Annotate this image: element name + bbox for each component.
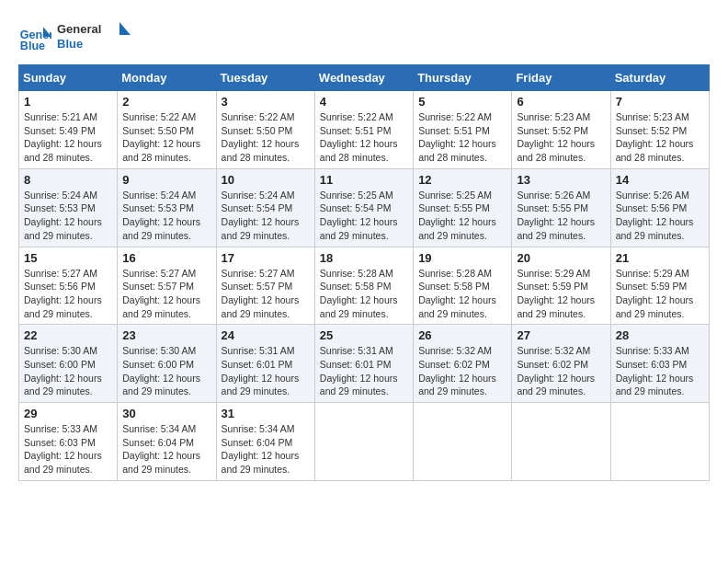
day-detail: Sunrise: 5:26 AMSunset: 5:56 PMDaylight:…: [616, 190, 694, 241]
day-number: 8: [24, 173, 112, 187]
week-row-2: 8 Sunrise: 5:24 AMSunset: 5:53 PMDayligh…: [19, 168, 710, 247]
day-detail: Sunrise: 5:32 AMSunset: 6:02 PMDaylight:…: [418, 345, 496, 396]
day-number: 6: [517, 95, 605, 109]
svg-text:Blue: Blue: [57, 37, 83, 51]
calendar-cell: 28 Sunrise: 5:33 AMSunset: 6:03 PMDaylig…: [610, 325, 709, 403]
day-detail: Sunrise: 5:32 AMSunset: 6:02 PMDaylight:…: [517, 345, 595, 396]
svg-text:General: General: [57, 22, 101, 36]
calendar-cell: 25 Sunrise: 5:31 AMSunset: 6:01 PMDaylig…: [314, 325, 413, 403]
day-number: 21: [616, 251, 704, 265]
day-number: 22: [24, 328, 112, 342]
calendar-cell: [610, 403, 709, 481]
calendar-cell: 3 Sunrise: 5:22 AMSunset: 5:50 PMDayligh…: [216, 91, 314, 169]
day-number: 9: [122, 173, 210, 187]
day-detail: Sunrise: 5:25 AMSunset: 5:54 PMDaylight:…: [320, 190, 398, 241]
calendar-cell: 5 Sunrise: 5:22 AMSunset: 5:51 PMDayligh…: [414, 91, 512, 169]
day-number: 15: [24, 251, 112, 265]
calendar-cell: 30 Sunrise: 5:34 AMSunset: 6:04 PMDaylig…: [118, 403, 216, 481]
logo-svg: General Blue: [57, 18, 131, 55]
calendar-cell: [414, 403, 512, 481]
day-detail: Sunrise: 5:26 AMSunset: 5:55 PMDaylight:…: [517, 190, 595, 241]
calendar-cell: 4 Sunrise: 5:22 AMSunset: 5:51 PMDayligh…: [314, 91, 413, 169]
calendar-cell: [512, 403, 610, 481]
calendar-header-row: SundayMondayTuesdayWednesdayThursdayFrid…: [19, 65, 710, 91]
calendar-cell: 20 Sunrise: 5:29 AMSunset: 5:59 PMDaylig…: [512, 247, 610, 325]
day-detail: Sunrise: 5:29 AMSunset: 5:59 PMDaylight:…: [616, 268, 694, 319]
day-number: 11: [320, 173, 408, 187]
day-detail: Sunrise: 5:34 AMSunset: 6:04 PMDaylight:…: [122, 423, 200, 475]
calendar-cell: 14 Sunrise: 5:26 AMSunset: 5:56 PMDaylig…: [610, 168, 709, 247]
week-row-4: 22 Sunrise: 5:30 AMSunset: 6:00 PMDaylig…: [19, 325, 710, 403]
calendar-cell: 21 Sunrise: 5:29 AMSunset: 5:59 PMDaylig…: [610, 247, 709, 325]
day-detail: Sunrise: 5:23 AMSunset: 5:52 PMDaylight:…: [616, 111, 694, 163]
day-detail: Sunrise: 5:28 AMSunset: 5:58 PMDaylight:…: [418, 268, 496, 319]
day-number: 27: [517, 328, 605, 342]
calendar-cell: 10 Sunrise: 5:24 AMSunset: 5:54 PMDaylig…: [216, 168, 314, 247]
day-number: 31: [222, 407, 310, 420]
calendar-cell: 15 Sunrise: 5:27 AMSunset: 5:56 PMDaylig…: [19, 247, 118, 325]
day-detail: Sunrise: 5:30 AMSunset: 6:00 PMDaylight:…: [122, 345, 200, 396]
calendar-cell: 18 Sunrise: 5:28 AMSunset: 5:58 PMDaylig…: [314, 247, 413, 325]
day-detail: Sunrise: 5:24 AMSunset: 5:53 PMDaylight:…: [122, 190, 200, 241]
calendar-cell: 9 Sunrise: 5:24 AMSunset: 5:53 PMDayligh…: [118, 168, 216, 247]
day-number: 28: [616, 328, 704, 342]
calendar-cell: 26 Sunrise: 5:32 AMSunset: 6:02 PMDaylig…: [414, 325, 512, 403]
day-detail: Sunrise: 5:22 AMSunset: 5:51 PMDaylight:…: [418, 111, 496, 163]
day-detail: Sunrise: 5:25 AMSunset: 5:55 PMDaylight:…: [418, 190, 496, 241]
day-detail: Sunrise: 5:30 AMSunset: 6:00 PMDaylight:…: [24, 345, 102, 396]
day-detail: Sunrise: 5:28 AMSunset: 5:58 PMDaylight:…: [320, 268, 398, 319]
day-number: 16: [122, 251, 210, 265]
calendar-cell: 24 Sunrise: 5:31 AMSunset: 6:01 PMDaylig…: [216, 325, 314, 403]
day-number: 19: [418, 251, 506, 265]
calendar-cell: [314, 403, 413, 481]
day-number: 29: [24, 407, 112, 420]
calendar-cell: 1 Sunrise: 5:21 AMSunset: 5:49 PMDayligh…: [19, 91, 118, 169]
calendar-cell: 27 Sunrise: 5:32 AMSunset: 6:02 PMDaylig…: [512, 325, 610, 403]
week-row-5: 29 Sunrise: 5:33 AMSunset: 6:03 PMDaylig…: [19, 403, 710, 481]
week-row-1: 1 Sunrise: 5:21 AMSunset: 5:49 PMDayligh…: [19, 91, 710, 169]
day-number: 26: [418, 328, 506, 342]
day-number: 4: [320, 95, 408, 109]
day-number: 20: [517, 251, 605, 265]
header-saturday: Saturday: [610, 65, 709, 91]
day-detail: Sunrise: 5:29 AMSunset: 5:59 PMDaylight:…: [517, 268, 595, 319]
day-number: 10: [222, 173, 310, 187]
day-number: 30: [122, 407, 210, 420]
calendar-cell: 11 Sunrise: 5:25 AMSunset: 5:54 PMDaylig…: [314, 168, 413, 247]
day-number: 3: [222, 95, 310, 109]
calendar-cell: 16 Sunrise: 5:27 AMSunset: 5:57 PMDaylig…: [118, 247, 216, 325]
calendar-cell: 19 Sunrise: 5:28 AMSunset: 5:58 PMDaylig…: [414, 247, 512, 325]
day-detail: Sunrise: 5:22 AMSunset: 5:50 PMDaylight:…: [122, 111, 200, 163]
day-detail: Sunrise: 5:24 AMSunset: 5:53 PMDaylight:…: [24, 190, 102, 241]
header-tuesday: Tuesday: [216, 65, 314, 91]
day-detail: Sunrise: 5:23 AMSunset: 5:52 PMDaylight:…: [517, 111, 595, 163]
day-detail: Sunrise: 5:33 AMSunset: 6:03 PMDaylight:…: [24, 423, 102, 475]
day-number: 12: [418, 173, 506, 187]
day-number: 1: [24, 95, 112, 109]
header-monday: Monday: [118, 65, 216, 91]
day-detail: Sunrise: 5:27 AMSunset: 5:56 PMDaylight:…: [24, 268, 102, 319]
calendar-cell: 12 Sunrise: 5:25 AMSunset: 5:55 PMDaylig…: [414, 168, 512, 247]
day-detail: Sunrise: 5:31 AMSunset: 6:01 PMDaylight:…: [222, 345, 300, 396]
page-header: General Blue General Blue: [18, 18, 710, 55]
day-number: 14: [616, 173, 704, 187]
calendar-cell: 8 Sunrise: 5:24 AMSunset: 5:53 PMDayligh…: [19, 168, 118, 247]
day-number: 7: [616, 95, 704, 109]
logo: General Blue General Blue: [18, 18, 131, 55]
calendar-cell: 23 Sunrise: 5:30 AMSunset: 6:00 PMDaylig…: [118, 325, 216, 403]
calendar-cell: 2 Sunrise: 5:22 AMSunset: 5:50 PMDayligh…: [118, 91, 216, 169]
day-detail: Sunrise: 5:21 AMSunset: 5:49 PMDaylight:…: [24, 111, 102, 163]
day-number: 5: [418, 95, 506, 109]
calendar-cell: 29 Sunrise: 5:33 AMSunset: 6:03 PMDaylig…: [19, 403, 118, 481]
calendar-cell: 22 Sunrise: 5:30 AMSunset: 6:00 PMDaylig…: [19, 325, 118, 403]
day-number: 23: [122, 328, 210, 342]
svg-marker-5: [119, 22, 131, 35]
day-detail: Sunrise: 5:34 AMSunset: 6:04 PMDaylight:…: [222, 423, 300, 475]
header-sunday: Sunday: [19, 65, 118, 91]
day-detail: Sunrise: 5:33 AMSunset: 6:03 PMDaylight:…: [616, 345, 694, 396]
day-detail: Sunrise: 5:27 AMSunset: 5:57 PMDaylight:…: [222, 268, 300, 319]
week-row-3: 15 Sunrise: 5:27 AMSunset: 5:56 PMDaylig…: [19, 247, 710, 325]
day-number: 24: [222, 328, 310, 342]
day-detail: Sunrise: 5:22 AMSunset: 5:51 PMDaylight:…: [320, 111, 398, 163]
calendar-cell: 31 Sunrise: 5:34 AMSunset: 6:04 PMDaylig…: [216, 403, 314, 481]
